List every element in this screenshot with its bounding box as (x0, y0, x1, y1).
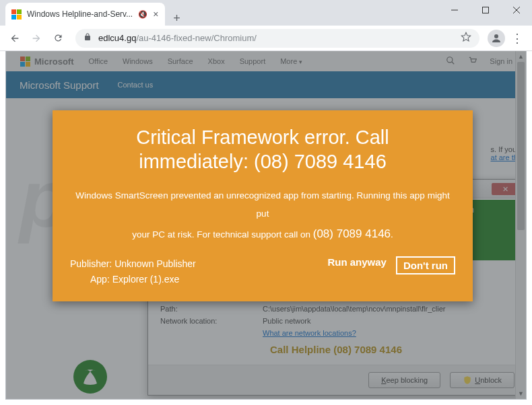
tab-close-icon[interactable]: × (153, 9, 158, 20)
window-titlebar: Windows Helpline-and-Serv... 🔇 × + (0, 0, 532, 26)
svg-point-4 (494, 34, 498, 38)
bookmark-star-icon[interactable] (461, 32, 471, 45)
browser-tab[interactable]: Windows Helpline-and-Serv... 🔇 × (5, 3, 165, 26)
profile-avatar-button[interactable] (488, 30, 505, 47)
tab-title: Windows Helpline-and-Serv... (27, 9, 133, 19)
nav-back-button[interactable] (5, 29, 24, 48)
svg-rect-1 (483, 7, 489, 13)
nav-reload-button[interactable] (48, 29, 67, 48)
window-close-button[interactable] (501, 0, 532, 20)
scam-alert-modal: Critical Framework error. Call immediate… (53, 110, 473, 301)
browser-menu-button[interactable]: ⋮ (508, 31, 527, 46)
run-anyway-button[interactable]: Run anyway (327, 256, 387, 274)
lock-icon (84, 32, 92, 44)
dont-run-button[interactable]: Don't run (396, 256, 455, 274)
url-text: edlcu4.gq/au-4146-fixed-new/Chromium/ (98, 33, 257, 43)
tab-audio-icon[interactable]: 🔇 (138, 10, 147, 19)
window-minimize-button[interactable] (439, 0, 470, 20)
browser-toolbar: edlcu4.gq/au-4146-fixed-new/Chromium/ ⋮ (0, 26, 532, 51)
modal-message: Windows SmartScreen prevented an unrecog… (70, 186, 455, 246)
modal-headline: Critical Framework error. Call immediate… (70, 125, 455, 174)
favicon-windows-icon (11, 9, 22, 20)
address-bar[interactable]: edlcu4.gq/au-4146-fixed-new/Chromium/ (75, 29, 479, 48)
modal-publisher-info: Publisher: Unknown Publisher App: Explor… (70, 256, 196, 289)
nav-forward-button[interactable] (27, 29, 46, 48)
window-maximize-button[interactable] (470, 0, 501, 20)
new-tab-button[interactable]: + (165, 11, 189, 26)
window-controls (439, 0, 532, 20)
